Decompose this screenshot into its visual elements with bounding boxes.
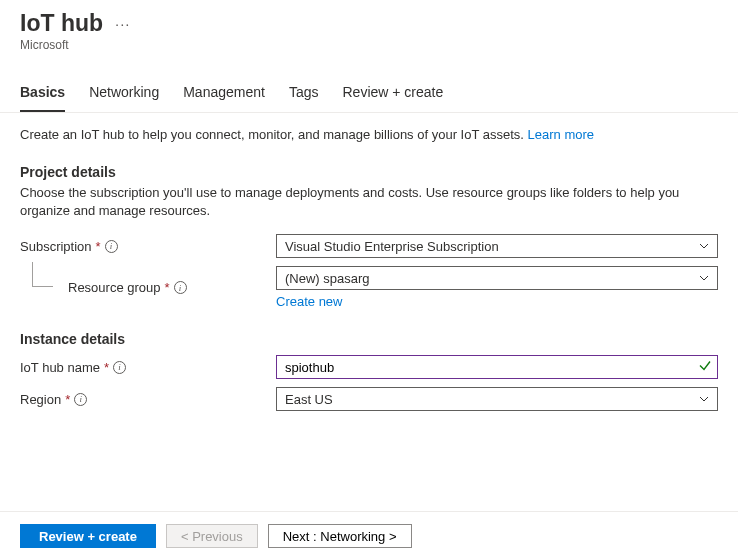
info-icon[interactable]: i [74, 393, 87, 406]
chevron-down-icon [699, 241, 709, 251]
region-label: Region [20, 392, 61, 407]
subscription-value: Visual Studio Enterprise Subscription [285, 239, 499, 254]
section-project-details-desc: Choose the subscription you'll use to ma… [20, 184, 718, 220]
tab-bar: Basics Networking Management Tags Review… [0, 58, 738, 113]
section-instance-details-title: Instance details [20, 331, 718, 347]
subscription-dropdown[interactable]: Visual Studio Enterprise Subscription [276, 234, 718, 258]
page-subtitle: Microsoft [20, 38, 718, 52]
resource-group-row: Resource group * i (New) spasarg Create … [20, 266, 718, 309]
tab-tags[interactable]: Tags [289, 84, 319, 112]
required-indicator: * [104, 360, 109, 375]
region-value: East US [285, 392, 333, 407]
tab-basics[interactable]: Basics [20, 84, 65, 112]
intro-body: Create an IoT hub to help you connect, m… [20, 127, 528, 142]
region-row: Region * i East US [20, 387, 718, 411]
subscription-label: Subscription [20, 239, 92, 254]
tab-networking[interactable]: Networking [89, 84, 159, 112]
previous-button: < Previous [166, 524, 258, 548]
resource-group-value: (New) spasarg [285, 271, 370, 286]
iothub-name-row: IoT hub name * i [20, 355, 718, 379]
page-header: IoT hub ··· Microsoft [0, 0, 738, 58]
chevron-down-icon [699, 394, 709, 404]
iothub-name-input[interactable] [276, 355, 718, 379]
more-menu-icon[interactable]: ··· [115, 15, 131, 32]
region-dropdown[interactable]: East US [276, 387, 718, 411]
review-create-button[interactable]: Review + create [20, 524, 156, 548]
resource-group-dropdown[interactable]: (New) spasarg [276, 266, 718, 290]
subscription-row: Subscription * i Visual Studio Enterpris… [20, 234, 718, 258]
info-icon[interactable]: i [105, 240, 118, 253]
info-icon[interactable]: i [174, 281, 187, 294]
iothub-name-label: IoT hub name [20, 360, 100, 375]
info-icon[interactable]: i [113, 361, 126, 374]
resource-group-label: Resource group [68, 280, 161, 295]
check-icon [698, 359, 712, 376]
intro-text: Create an IoT hub to help you connect, m… [20, 127, 718, 142]
page-title: IoT hub [20, 10, 103, 37]
tab-management[interactable]: Management [183, 84, 265, 112]
learn-more-link[interactable]: Learn more [528, 127, 594, 142]
required-indicator: * [96, 239, 101, 254]
required-indicator: * [65, 392, 70, 407]
tab-review-create[interactable]: Review + create [342, 84, 443, 112]
tab-content: Create an IoT hub to help you connect, m… [0, 113, 738, 411]
footer-bar: Review + create < Previous Next : Networ… [0, 511, 738, 560]
next-button[interactable]: Next : Networking > [268, 524, 412, 548]
chevron-down-icon [699, 273, 709, 283]
required-indicator: * [165, 280, 170, 295]
section-project-details-title: Project details [20, 164, 718, 180]
create-new-link[interactable]: Create new [276, 294, 342, 309]
